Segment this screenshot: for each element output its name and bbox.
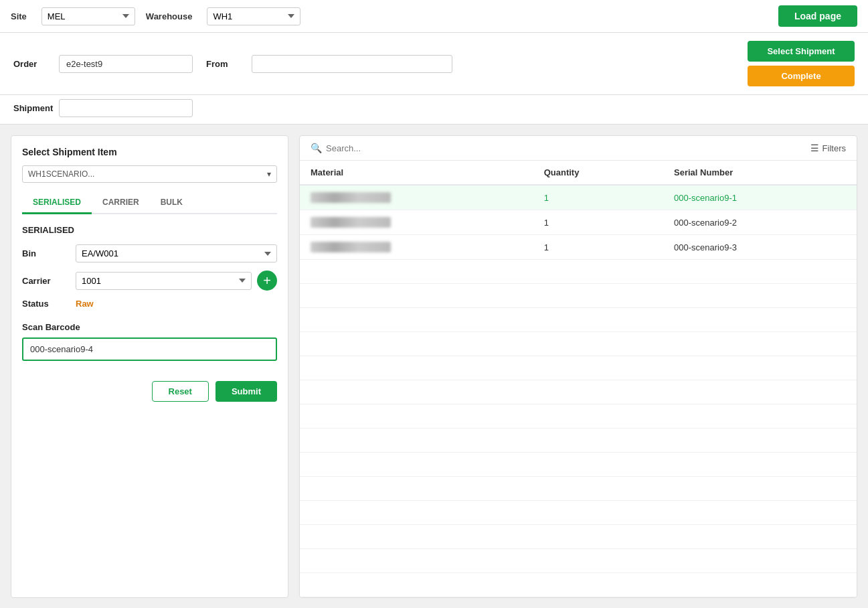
serial-cell: 000-scenario9-1 — [663, 185, 857, 210]
material-blurred — [311, 192, 391, 203]
carrier-label: Carrier — [22, 276, 76, 286]
left-panel-title: Select Shipment Item — [22, 147, 277, 157]
data-table: Material Quantity Serial Number 1000-sce… — [300, 161, 857, 597]
empty-row — [300, 380, 857, 404]
reset-button[interactable]: Reset — [152, 381, 209, 402]
empty-row — [300, 284, 857, 308]
empty-row — [300, 332, 857, 356]
warehouse-label: Warehouse — [146, 11, 193, 21]
col-quantity: Quantity — [533, 161, 663, 185]
material-blurred — [311, 242, 391, 252]
scan-label: Scan Barcode — [22, 322, 277, 332]
status-row: Status Raw — [22, 299, 277, 309]
search-icon: 🔍 — [311, 143, 322, 153]
table-header-row: Material Quantity Serial Number — [300, 161, 857, 185]
top-bar: Site MEL Warehouse WH1 Load page — [0, 0, 868, 33]
empty-row — [300, 573, 857, 597]
empty-row — [300, 404, 857, 429]
shipment-item-dropdown[interactable]: WH1SCENARIO... ▾ — [22, 165, 277, 183]
filters-button[interactable]: ☰ Filters — [810, 143, 846, 153]
scan-barcode-input[interactable] — [22, 337, 277, 361]
bin-select[interactable]: EA/W001 — [76, 244, 277, 262]
empty-row — [300, 260, 857, 284]
tab-serialised[interactable]: SERIALISED — [22, 192, 92, 214]
serial-cell: 000-scenario9-2 — [663, 210, 857, 235]
quantity-cell: 1 — [533, 210, 663, 235]
tabs-bar: SERIALISED CARRIER BULK — [22, 192, 277, 214]
search-bar: 🔍 ☰ Filters — [300, 136, 857, 161]
col-material: Material — [300, 161, 533, 185]
main-content: Select Shipment Item WH1SCENARIO... ▾ SE… — [0, 125, 868, 608]
shipment-input[interactable] — [59, 99, 193, 117]
carrier-row: Carrier 1001 + — [22, 271, 277, 291]
select-shipment-button[interactable]: Select Shipment — [748, 41, 855, 62]
submit-button[interactable]: Submit — [215, 381, 277, 402]
from-field-group: From — [206, 55, 452, 73]
serial-cell: 000-scenario9-3 — [663, 235, 857, 260]
scan-section: Scan Barcode — [22, 322, 277, 361]
carrier-controls: 1001 + — [76, 271, 277, 291]
add-carrier-button[interactable]: + — [257, 271, 277, 291]
table-row: 1000-scenario9-2 — [300, 210, 857, 235]
carrier-select[interactable]: 1001 — [76, 272, 252, 290]
from-input[interactable] — [252, 55, 452, 73]
load-page-button[interactable]: Load page — [778, 5, 857, 27]
material-cell — [300, 210, 533, 235]
filters-label: Filters — [822, 143, 846, 153]
warehouse-select[interactable]: WH1 — [207, 7, 300, 25]
table-row: 1000-scenario9-3 — [300, 235, 857, 260]
action-buttons: Reset Submit — [22, 381, 277, 402]
table-row: 1000-scenario9-1 — [300, 185, 857, 210]
shipment-item-value: WH1SCENARIO... — [28, 169, 94, 179]
empty-row — [300, 308, 857, 332]
shipment-label: Shipment — [13, 103, 54, 113]
form-title: SERIALISED — [22, 225, 277, 235]
tab-bulk[interactable]: BULK — [150, 192, 193, 214]
right-buttons: Select Shipment Complete — [748, 41, 855, 86]
search-wrapper: 🔍 — [311, 143, 797, 153]
search-input[interactable] — [326, 143, 797, 153]
order-label: Order — [13, 59, 54, 69]
empty-row — [300, 453, 857, 477]
order-input[interactable] — [59, 55, 193, 73]
site-select[interactable]: MEL — [41, 7, 135, 25]
right-panel: 🔍 ☰ Filters Material Quantity Serial Num… — [299, 135, 857, 598]
from-label: From — [206, 59, 246, 69]
tab-carrier[interactable]: CARRIER — [92, 192, 150, 214]
material-cell — [300, 235, 533, 260]
empty-row — [300, 477, 857, 501]
order-field-group: Order — [13, 55, 193, 73]
quantity-cell: 1 — [533, 185, 663, 210]
empty-row — [300, 549, 857, 573]
material-cell — [300, 185, 533, 210]
bin-label: Bin — [22, 248, 76, 258]
filter-icon: ☰ — [810, 143, 819, 153]
status-label: Status — [22, 299, 76, 309]
material-blurred — [311, 217, 391, 228]
status-value: Raw — [76, 299, 94, 309]
shipment-field-group: Shipment — [13, 99, 193, 117]
serialised-form: SERIALISED Bin EA/W001 Carrier 1001 + — [22, 225, 277, 402]
empty-row — [300, 356, 857, 380]
quantity-cell: 1 — [533, 235, 663, 260]
empty-row — [300, 429, 857, 453]
bin-row: Bin EA/W001 — [22, 244, 277, 262]
empty-row — [300, 525, 857, 549]
shipment-row: Shipment — [0, 95, 868, 125]
col-serial: Serial Number — [663, 161, 857, 185]
site-label: Site — [11, 11, 27, 21]
chevron-down-icon: ▾ — [267, 169, 271, 179]
complete-button[interactable]: Complete — [748, 66, 855, 86]
order-section: Order From Select Shipment Complete — [0, 33, 868, 95]
left-panel: Select Shipment Item WH1SCENARIO... ▾ SE… — [11, 135, 288, 598]
empty-row — [300, 501, 857, 525]
